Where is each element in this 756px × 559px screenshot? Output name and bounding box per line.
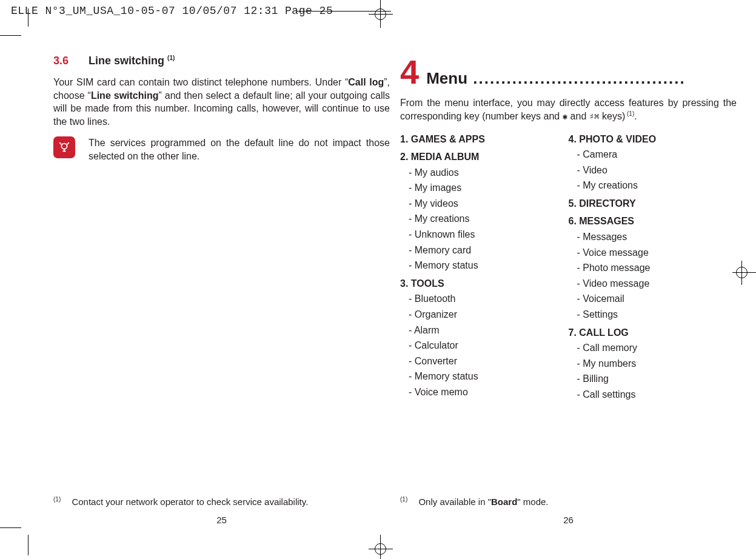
footnote-text: Contact your network operator to check s… — [72, 497, 308, 507]
tip-icon — [53, 136, 75, 158]
menu-subitem: Call settings — [569, 387, 737, 403]
crop-mark — [0, 527, 21, 528]
page-left: 3.6 Line switching (1) Your SIM card can… — [53, 36, 390, 527]
page-number: 26 — [400, 515, 737, 525]
menu-subitem: Unknown files — [400, 227, 569, 243]
menu-subitem: My videos — [400, 196, 569, 212]
chapter-dots: ...................................... — [467, 69, 686, 87]
menu-subitem: Call memory — [569, 340, 737, 356]
svg-line-4 — [68, 143, 69, 144]
menu-subitem: Video — [569, 162, 737, 178]
chapter-title: Menu — [426, 69, 467, 87]
menu-subitem: My creations — [400, 211, 569, 227]
menu-subitem: Converter — [400, 353, 569, 369]
menu-subitem: My numbers — [569, 356, 737, 372]
menu-subitem: My audios — [400, 165, 569, 181]
menu-heading: 4. PHOTO & VIDEO — [569, 132, 737, 147]
menu-subitem: Memory status — [400, 258, 569, 273]
footnote-bold: Board — [491, 497, 517, 507]
menu-subitem: Organizer — [400, 307, 569, 323]
menu-subitem: Alarm — [400, 323, 569, 338]
menu-heading: 3. TOOLS — [400, 276, 569, 292]
page-right: 4 Menu .................................… — [400, 36, 737, 527]
section-title: Line switching — [89, 55, 164, 67]
superscript: (1) — [625, 110, 634, 117]
menu-heading: 6. MESSAGES — [569, 213, 737, 229]
menu-column-2: 4. PHOTO & VIDEOCameraVideoMy creations5… — [569, 129, 737, 403]
menu-subitem: Billing — [569, 371, 737, 387]
footnote-text: Only available in " — [418, 497, 491, 507]
menu-columns: 1. GAMES & APPS2. MEDIA ALBUMMy audiosMy… — [400, 129, 737, 403]
footnote: (1) Contact your network operator to che… — [53, 496, 308, 507]
crop-mark — [28, 535, 28, 555]
note-text: The services programmed on the default l… — [89, 136, 390, 162]
menu-subitem: Voicemail — [569, 291, 737, 307]
hash-key-icon: ♯⌘ — [589, 112, 600, 121]
menu-heading: 1. GAMES & APPS — [400, 132, 569, 147]
chapter-intro: From the menu interface, you may directl… — [400, 96, 737, 123]
footnote-text: " mode. — [517, 497, 548, 507]
text-bold: Line switching — [91, 90, 159, 101]
text: . — [634, 111, 637, 121]
footnote-mark: (1) — [53, 496, 61, 503]
menu-subitem: Bluetooth — [400, 291, 569, 307]
section-heading: 3.6 Line switching (1) — [53, 55, 390, 67]
menu-subitem: Camera — [569, 147, 737, 162]
registration-mark-top — [372, 0, 389, 29]
menu-subitem: Messages — [569, 229, 737, 245]
body-paragraph: Your SIM card can contain two distinct t… — [53, 76, 390, 128]
chapter-heading: 4 Menu .................................… — [400, 57, 737, 88]
menu-heading: 5. DIRECTORY — [569, 196, 737, 212]
menu-subitem: My creations — [569, 178, 737, 193]
section-number: 3.6 — [53, 55, 69, 67]
crop-mark — [0, 35, 21, 36]
menu-subitem: Settings — [569, 307, 737, 323]
menu-column-1: 1. GAMES & APPS2. MEDIA ALBUMMy audiosMy… — [400, 129, 569, 403]
text: Your SIM card can contain two distinct t… — [53, 77, 348, 87]
page-number: 25 — [53, 515, 390, 525]
menu-subitem: Calculator — [400, 338, 569, 353]
menu-subitem: Photo message — [569, 260, 737, 276]
menu-subitem: Voice memo — [400, 384, 569, 400]
menu-subitem: Memory card — [400, 243, 569, 258]
note-row: The services programmed on the default l… — [53, 136, 390, 162]
footnote-mark: (1) — [400, 496, 407, 503]
chapter-number: 4 — [400, 57, 419, 87]
text: keys) — [600, 111, 626, 121]
svg-line-3 — [60, 143, 61, 144]
menu-subitem: Voice message — [569, 245, 737, 261]
crop-mark — [28, 8, 28, 27]
text-bold: Call log — [348, 77, 384, 87]
star-key-icon: ✱ — [563, 112, 567, 121]
footnote: (1) Only available in "Board" mode. — [400, 496, 549, 507]
text: and — [567, 111, 589, 121]
menu-subitem: My images — [400, 180, 569, 196]
section-superscript: (1) — [167, 55, 175, 61]
print-header: ELLE N°3_UM_USA_10-05-07 10/05/07 12:31 … — [11, 5, 333, 17]
menu-heading: 2. MEDIA ALBUM — [400, 149, 569, 165]
menu-subitem: Memory status — [400, 369, 569, 384]
menu-subitem: Video message — [569, 276, 737, 292]
menu-heading: 7. CALL LOG — [569, 325, 737, 341]
svg-point-0 — [61, 144, 67, 149]
